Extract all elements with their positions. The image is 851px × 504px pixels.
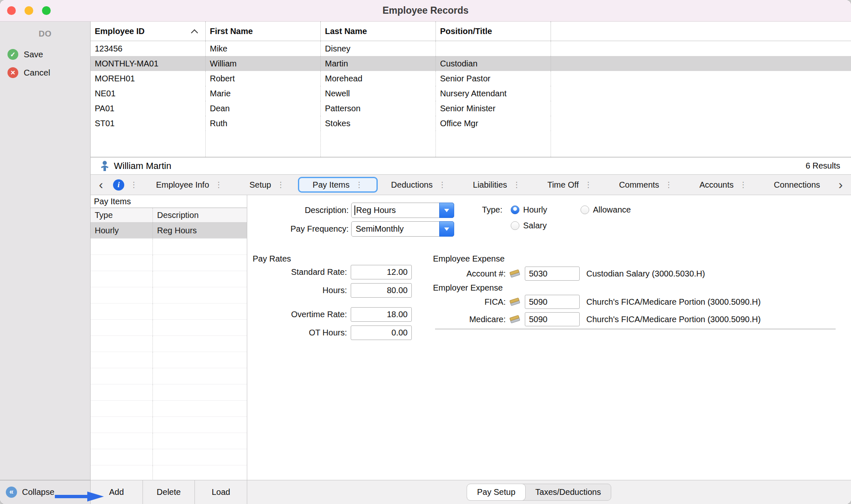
- close-window-button[interactable]: [7, 6, 16, 15]
- info-icon: i: [113, 179, 124, 191]
- medicare-account-input[interactable]: 5090: [525, 312, 580, 326]
- employee-row[interactable]: ST01 Ruth Stokes Office Mgr: [91, 116, 851, 131]
- tab-pay-items[interactable]: Pay Items ⋮: [298, 177, 378, 193]
- window-title: Employee Records: [382, 5, 468, 16]
- column-header-first-name[interactable]: First Name: [206, 22, 321, 41]
- zoom-window-button[interactable]: [42, 6, 51, 15]
- standard-rate-row: Standard Rate: 12.00: [247, 265, 412, 279]
- column-label: First Name: [210, 27, 253, 36]
- account-lookup-icon[interactable]: [509, 297, 521, 307]
- text-cursor: [354, 206, 355, 215]
- bottom-button-bar: Add Delete Load Pay Setup Taxes/Deductio…: [91, 480, 851, 504]
- cell-last-name: Stokes: [321, 116, 436, 131]
- pay-items-panel: Pay Items Type Description Hourly Reg Ho…: [91, 195, 247, 480]
- radio-hourly[interactable]: Hourly: [511, 204, 547, 215]
- account-number-input[interactable]: 5030: [525, 267, 580, 281]
- standard-rate-input[interactable]: 12.00: [351, 265, 412, 279]
- column-header-last-name[interactable]: Last Name: [321, 22, 436, 41]
- tab-liabilities[interactable]: Liabilities ⋮: [460, 177, 534, 193]
- column-header-description[interactable]: Description: [152, 208, 247, 222]
- tab-drag-handle-icon: ⋮: [215, 180, 222, 189]
- cancel-button[interactable]: × Cancel: [0, 64, 90, 82]
- pay-frequency-row: Pay Frequency: SemiMonthly: [247, 221, 454, 237]
- employee-row[interactable]: 123456 Mike Disney: [91, 41, 851, 56]
- tab-record-info[interactable]: i ⋮: [108, 177, 143, 193]
- column-header-filler: [551, 22, 851, 41]
- collapse-label: Collapse: [22, 487, 54, 497]
- ot-hours-input[interactable]: 0.00: [351, 325, 412, 340]
- pay-frequency-value: SemiMonthly: [356, 224, 404, 234]
- employee-row[interactable]: NE01 Marie Newell Nursery Attendant: [91, 86, 851, 101]
- hours-input[interactable]: 80.00: [351, 283, 412, 298]
- radio-salary[interactable]: Salary: [511, 220, 547, 231]
- pay-frequency-dropdown-button[interactable]: [439, 221, 454, 237]
- medicare-row: Medicare: 5090 Church's FICA/Medicare Po…: [433, 312, 761, 326]
- overtime-rate-row: Overtime Rate: 18.00: [247, 307, 412, 322]
- tab-accounts[interactable]: Accounts ⋮: [686, 177, 760, 193]
- cell-employee-id: NE01: [91, 86, 206, 101]
- description-value: Reg Hours: [356, 206, 396, 215]
- tab-connections[interactable]: Connections: [760, 177, 834, 193]
- tab-comments[interactable]: Comments ⋮: [605, 177, 686, 193]
- person-icon: [100, 160, 110, 172]
- employer-expense-section-title: Employer Expense: [433, 283, 503, 293]
- cell-employee-id: PA01: [91, 101, 206, 116]
- employee-row[interactable]: MOREH01 Robert Morehead Senior Pastor: [91, 71, 851, 86]
- record-tab-strip: ‹ i ⋮ Employee Info ⋮ Setup ⋮ Pay Items …: [91, 174, 851, 195]
- save-label: Save: [24, 49, 43, 59]
- section-divider: [435, 329, 836, 329]
- cell-last-name: Martin: [321, 56, 436, 71]
- tabs-scroll-right-button[interactable]: ›: [834, 176, 848, 194]
- tabs-scroll-left-button[interactable]: ‹: [94, 176, 108, 194]
- tab-setup[interactable]: Setup ⋮: [236, 177, 298, 193]
- record-header-bar: William Martin 6 Results: [91, 157, 851, 174]
- column-header-employee-id[interactable]: Employee ID: [91, 22, 206, 41]
- cell-type: Hourly: [91, 223, 152, 238]
- tab-drag-handle-icon: ⋮: [665, 180, 672, 189]
- cell-employee-id: ST01: [91, 116, 206, 131]
- account-lookup-icon[interactable]: [509, 314, 521, 324]
- cell-last-name: Patterson: [321, 101, 436, 116]
- employee-table-empty-area: [91, 131, 851, 157]
- employee-row[interactable]: MONTHLY-MA01 William Martin Custodian: [91, 56, 851, 71]
- tab-pay-setup[interactable]: Pay Setup: [467, 484, 525, 500]
- fica-row: FICA: 5090 Church's FICA/Medicare Portio…: [433, 295, 761, 309]
- delete-button[interactable]: Delete: [143, 480, 195, 504]
- tab-employee-info[interactable]: Employee Info ⋮: [143, 177, 236, 193]
- tab-deductions[interactable]: Deductions ⋮: [378, 177, 460, 193]
- pay-frequency-combobox[interactable]: SemiMonthly: [351, 221, 454, 237]
- tab-drag-handle-icon: ⋮: [277, 180, 284, 189]
- cell-first-name: Dean: [206, 101, 321, 116]
- tab-taxes-deductions[interactable]: Taxes/Deductions: [525, 484, 611, 500]
- results-count: 6 Results: [806, 161, 840, 171]
- save-check-icon: ✓: [7, 49, 18, 60]
- ot-hours-label: OT Hours:: [247, 328, 349, 338]
- minimize-window-button[interactable]: [25, 6, 33, 15]
- cell-last-name: Morehead: [321, 71, 436, 86]
- sidebar-header: DO: [0, 29, 90, 39]
- standard-rate-label: Standard Rate:: [247, 267, 349, 277]
- column-header-position-title[interactable]: Position/Title: [436, 22, 551, 41]
- employee-table: Employee ID First Name Last Name Positio…: [91, 22, 851, 157]
- pay-items-content: Pay Items Type Description Hourly Reg Ho…: [91, 195, 851, 480]
- cell-position-title: [436, 41, 551, 56]
- title-bar: Employee Records: [0, 0, 851, 22]
- fica-label: FICA:: [433, 297, 506, 307]
- pay-item-row[interactable]: Hourly Reg Hours: [91, 223, 247, 239]
- employee-row[interactable]: PA01 Dean Patterson Senior Minister: [91, 101, 851, 116]
- fica-account-description: Church's FICA/Medicare Portion (3000.509…: [586, 297, 761, 307]
- radio-allowance[interactable]: Allowance: [580, 204, 631, 215]
- load-button[interactable]: Load: [195, 480, 247, 504]
- save-button[interactable]: ✓ Save: [0, 45, 90, 64]
- description-label: Description:: [247, 206, 350, 215]
- account-lookup-icon[interactable]: [509, 269, 521, 279]
- fica-account-input[interactable]: 5090: [525, 295, 580, 309]
- overtime-rate-input[interactable]: 18.00: [351, 307, 412, 322]
- tab-time-off[interactable]: Time Off ⋮: [534, 177, 605, 193]
- pay-items-list: Hourly Reg Hours: [91, 223, 247, 480]
- description-dropdown-button[interactable]: [439, 203, 454, 218]
- record-name: William Martin: [114, 161, 171, 171]
- description-combobox[interactable]: Reg Hours: [351, 203, 454, 218]
- column-header-type[interactable]: Type: [91, 208, 152, 222]
- column-label: Employee ID: [95, 27, 145, 36]
